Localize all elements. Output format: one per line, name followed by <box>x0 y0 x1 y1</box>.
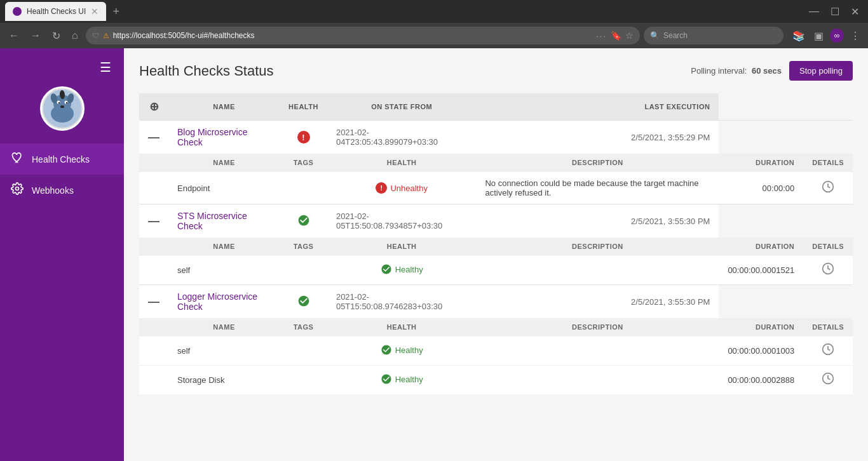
svg-point-7 <box>58 102 59 104</box>
stop-polling-button[interactable]: Stop polling <box>789 61 853 81</box>
sub-header-row: NAME TAGS HEALTH DESCRIPTION DURATION DE… <box>139 154 853 172</box>
check-name: Storage Disk <box>168 366 280 395</box>
app-layout: ☰ <box>0 48 868 461</box>
sub-header-row: NAME TAGS HEALTH DESCRIPTION DURATION DE… <box>139 318 853 337</box>
polling-interval-value: 60 secs <box>752 66 782 76</box>
tab-title: Health Checks UI <box>27 7 86 16</box>
col-health: HEALTH <box>280 93 327 121</box>
check-health: ! Unhealthy <box>327 172 477 204</box>
group-state-from: 2021-02-05T15:50:08.7934857+03:30 <box>327 204 477 238</box>
browser-titlebar: Health Checks UI ✕ + — ☐ ✕ <box>0 0 868 23</box>
sidebar-item-label: Health Checks <box>32 154 90 164</box>
table-row: self Healthy 00:00:00.0001003 <box>139 337 853 366</box>
check-duration: 00:00:00.0001003 <box>719 337 803 366</box>
minimize-button[interactable]: — <box>805 3 823 20</box>
gear-icon <box>10 182 24 198</box>
close-button[interactable]: ✕ <box>847 3 863 20</box>
check-description: No connection could be made because the … <box>476 172 719 204</box>
details-history-icon[interactable] <box>822 375 834 387</box>
table-row: Storage Disk Healthy 00:00:00.0002888 <box>139 366 853 395</box>
check-tags <box>280 256 327 285</box>
forward-button[interactable]: → <box>27 27 44 44</box>
table-row: self Healthy 00:00:00.0001521 <box>139 256 853 285</box>
health-badge-healthy: Healthy <box>381 373 423 385</box>
group-last-exec: 2/5/2021, 3:55:30 PM <box>476 204 719 238</box>
health-badge-healthy: Healthy <box>381 264 423 275</box>
more-icon[interactable]: ··· <box>596 31 607 41</box>
check-name: self <box>168 337 280 366</box>
group-row: — Logger Microservice Check 2021-02-05T1… <box>139 285 853 319</box>
col-name: NAME <box>168 93 280 121</box>
svg-point-8 <box>65 102 67 104</box>
col-on-state-from: ON STATE FROM <box>327 93 477 121</box>
sidebar-toggle-button[interactable]: ☰ <box>90 55 121 80</box>
sidebar-item-health-checks[interactable]: Health Checks <box>0 144 124 175</box>
check-duration: 00:00:00.0001521 <box>719 256 803 285</box>
check-circle-icon <box>381 373 392 385</box>
check-health: Healthy <box>327 366 477 395</box>
details-history-icon[interactable] <box>822 265 834 277</box>
collapse-icon[interactable]: — <box>148 215 159 227</box>
check-health: Healthy <box>327 337 477 366</box>
url-text: https://localhost:5005/hc-ui#/healthchec… <box>113 31 255 40</box>
maximize-button[interactable]: ☐ <box>827 3 843 20</box>
group-state-from: 2021-02-04T23:05:43.899079+03:30 <box>327 121 477 154</box>
extensions-icon[interactable]: ⋮ <box>848 29 863 43</box>
bookmark-icon[interactable]: 🔖 <box>611 30 621 41</box>
check-circle-icon <box>381 344 392 356</box>
group-last-exec: 2/5/2021, 3:55:30 PM <box>476 285 719 319</box>
group-name: Logger Microservice Check <box>177 291 257 312</box>
collapse-icon[interactable]: — <box>148 131 159 144</box>
collapse-icon[interactable]: — <box>148 295 159 308</box>
page-header: Health Checks Status Polling interval: 6… <box>139 61 853 81</box>
group-row: — STS Microservice Check 2021-02-05T15:5… <box>139 204 853 238</box>
reader-icon[interactable]: ▣ <box>811 29 826 43</box>
health-badge-unhealthy: ! Unhealthy <box>376 182 428 194</box>
avatar <box>40 86 85 131</box>
heart-icon <box>10 151 24 167</box>
health-checks-table: ⊕ NAME HEALTH ON STATE FROM LAST EXECUTI… <box>139 93 853 394</box>
back-button[interactable]: ← <box>5 27 23 44</box>
group-name: STS Microservice Check <box>177 211 247 231</box>
page-title: Health Checks Status <box>139 63 274 79</box>
shield-icon: 🛡 <box>92 32 99 39</box>
sidebar-nav: Health Checks Webhooks <box>0 144 124 206</box>
tab-favicon <box>13 7 22 16</box>
details-history-icon[interactable] <box>822 183 834 196</box>
new-tab-button[interactable]: + <box>112 5 119 18</box>
collections-icon[interactable]: 📚 <box>790 29 808 43</box>
check-description <box>476 256 719 285</box>
sidebar-item-webhooks[interactable]: Webhooks <box>0 175 124 206</box>
check-tags <box>280 172 327 204</box>
group-name: Blog Microservice Check <box>177 127 247 147</box>
svg-point-9 <box>60 105 64 108</box>
search-bar[interactable]: 🔍 Search <box>644 27 783 44</box>
sub-header-row: NAME TAGS HEALTH DESCRIPTION DURATION DE… <box>139 237 853 256</box>
check-health: Healthy <box>327 256 477 285</box>
main-content: Health Checks Status Polling interval: 6… <box>124 48 868 461</box>
check-name: self <box>168 256 280 285</box>
check-tags <box>280 337 327 366</box>
address-bar[interactable]: 🛡 ⚠ https://localhost:5005/hc-ui#/health… <box>86 27 640 44</box>
health-badge-healthy: Healthy <box>381 344 423 356</box>
check-tags <box>280 366 327 395</box>
star-icon[interactable]: ☆ <box>625 30 634 41</box>
refresh-button[interactable]: ↻ <box>48 27 64 44</box>
search-placeholder: Search <box>663 31 688 40</box>
group-last-exec: 2/5/2021, 3:55:29 PM <box>476 121 719 154</box>
tab-close-button[interactable]: ✕ <box>91 6 98 17</box>
add-check-icon[interactable]: ⊕ <box>149 100 159 113</box>
details-history-icon[interactable] <box>822 345 834 358</box>
table-row: Endpoint ! Unhealthy No connection could… <box>139 172 853 204</box>
home-button[interactable]: ⌂ <box>68 27 82 44</box>
browser-toolbar: ← → ↻ ⌂ 🛡 ⚠ https://localhost:5005/hc-ui… <box>0 23 868 48</box>
polling-info: Polling interval: 60 secs Stop polling <box>691 61 853 81</box>
group-row: — Blog Microservice Check ! 2021-02-04T2… <box>139 121 853 154</box>
main-table-header: ⊕ NAME HEALTH ON STATE FROM LAST EXECUTI… <box>139 93 853 121</box>
active-tab[interactable]: Health Checks UI ✕ <box>5 2 106 21</box>
warning-icon: ⚠ <box>103 32 109 40</box>
profile-icon[interactable]: ∞ <box>830 29 844 43</box>
svg-point-11 <box>16 187 19 190</box>
sidebar: ☰ <box>0 48 124 461</box>
check-name: Endpoint <box>168 172 280 204</box>
